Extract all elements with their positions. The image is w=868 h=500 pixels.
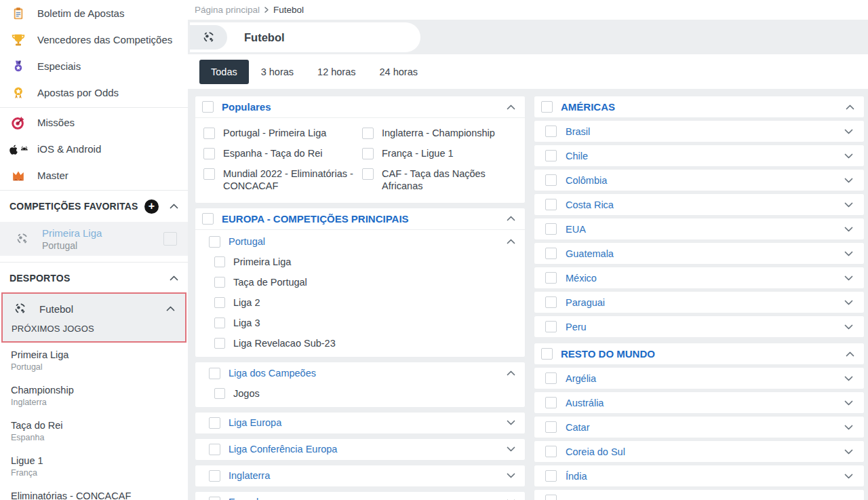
- competition-checkbox-item[interactable]: Taça de Portugal: [195, 272, 525, 292]
- filter-button[interactable]: 12 horas: [306, 60, 367, 84]
- country-label[interactable]: Catar: [566, 422, 589, 433]
- sidebar-item[interactable]: Boletim de Apostas: [0, 0, 188, 26]
- chevron-down-icon[interactable]: [844, 178, 853, 183]
- chevron-up-icon[interactable]: [170, 204, 178, 209]
- league-list-item[interactable]: Taça do ReiEspanha: [0, 413, 188, 448]
- checkbox[interactable]: [545, 223, 557, 235]
- sidebar-item-futebol[interactable]: Futebol: [3, 294, 185, 324]
- chevron-up-icon[interactable]: [507, 104, 515, 110]
- competition-checkbox-item[interactable]: Espanha - Taça do Rei: [203, 143, 358, 164]
- checkbox[interactable]: [545, 272, 557, 284]
- checkbox[interactable]: [209, 368, 220, 379]
- country-row[interactable]: Costa Rica: [534, 193, 865, 216]
- country-row-partial[interactable]: [534, 489, 865, 500]
- checkbox[interactable]: [362, 148, 374, 159]
- checkbox[interactable]: [545, 199, 557, 210]
- chevron-down-icon[interactable]: [844, 449, 853, 455]
- country-row[interactable]: Chile: [534, 145, 865, 167]
- country-row[interactable]: EUA: [534, 218, 865, 240]
- country-row[interactable]: Coreia do Sul: [534, 440, 865, 463]
- group-title[interactable]: Espanha: [229, 497, 267, 500]
- checkbox[interactable]: [545, 470, 557, 482]
- country-label[interactable]: EUA: [566, 224, 586, 235]
- checkbox[interactable]: [209, 417, 220, 429]
- chevron-up-icon[interactable]: [170, 275, 178, 281]
- chevron-down-icon[interactable]: [844, 324, 853, 330]
- favorite-name[interactable]: Primeira Liga: [42, 227, 102, 239]
- sidebar-item[interactable]: iOS & Android: [0, 136, 188, 162]
- league-list-item[interactable]: Eliminatórias - CONCACAFMundial 2022: [0, 484, 188, 500]
- checkbox[interactable]: [214, 338, 225, 349]
- chevron-up-icon[interactable]: [846, 104, 854, 110]
- competition-checkbox-item[interactable]: Liga 3: [195, 313, 525, 333]
- checkbox[interactable]: [209, 236, 220, 248]
- checkbox[interactable]: [362, 128, 374, 139]
- league-list-item[interactable]: Ligue 1França: [0, 448, 188, 484]
- checkbox[interactable]: [203, 168, 215, 180]
- chevron-down-icon[interactable]: [844, 474, 853, 479]
- chevron-down-icon[interactable]: [844, 300, 853, 305]
- country-label[interactable]: Colômbia: [566, 175, 607, 186]
- breadcrumb-home[interactable]: Página principal: [195, 5, 260, 15]
- checkbox[interactable]: [203, 148, 215, 159]
- chevron-down-icon[interactable]: [844, 251, 853, 256]
- checkbox[interactable]: [214, 277, 225, 288]
- competition-group-header[interactable]: Espanha: [195, 492, 525, 500]
- checkbox[interactable]: [203, 128, 215, 139]
- competition-checkbox-item[interactable]: Portugal - Primeira Liga: [203, 123, 358, 143]
- checkbox[interactable]: [545, 446, 557, 457]
- chevron-up-icon[interactable]: [166, 306, 175, 311]
- country-label[interactable]: Peru: [566, 322, 587, 332]
- competition-checkbox-item[interactable]: Jogos: [195, 383, 525, 404]
- country-row[interactable]: Paraguai: [534, 291, 865, 313]
- checkbox[interactable]: [209, 497, 220, 500]
- competition-checkbox-item[interactable]: Liga Revelacao Sub-23: [195, 333, 525, 353]
- competition-group-header[interactable]: Portugal: [195, 232, 525, 252]
- section-header-europa[interactable]: EUROPA - COMPETIÇÕES PRINCIPAIS: [195, 208, 525, 229]
- checkbox[interactable]: [545, 321, 557, 332]
- country-label[interactable]: Costa Rica: [566, 199, 614, 210]
- checkbox[interactable]: [545, 372, 557, 384]
- competition-checkbox-item[interactable]: Mundial 2022 - Eliminatórias - CONCACAF: [203, 164, 358, 196]
- competition-checkbox-item[interactable]: Inglaterra - Championship: [362, 123, 517, 143]
- filter-button[interactable]: 3 horas: [250, 60, 305, 84]
- country-label[interactable]: Austrália: [566, 398, 604, 408]
- chevron-down-icon[interactable]: [844, 376, 853, 381]
- checkbox[interactable]: [163, 232, 177, 246]
- sidebar-item[interactable]: Apostas por Odds: [0, 79, 188, 106]
- country-label[interactable]: Paraguai: [566, 297, 605, 308]
- checkbox[interactable]: [545, 495, 557, 500]
- chevron-down-icon[interactable]: [844, 153, 853, 159]
- country-row[interactable]: México: [534, 267, 865, 289]
- chevron-down-icon[interactable]: [844, 425, 853, 430]
- country-label[interactable]: Brasil: [566, 126, 590, 137]
- chevron-down-icon[interactable]: [844, 202, 853, 208]
- league-list-item[interactable]: Primeira LigaPortugal: [0, 343, 188, 378]
- proximos-jogos-label[interactable]: PRÓXIMOS JOGOS: [3, 324, 185, 334]
- checkbox[interactable]: [209, 444, 220, 455]
- chevron-up-icon[interactable]: [507, 239, 515, 244]
- competition-group-header[interactable]: Liga Europa: [195, 412, 525, 434]
- country-row[interactable]: Brasil: [534, 120, 865, 142]
- checkbox[interactable]: [545, 150, 557, 161]
- country-label[interactable]: Guatemala: [566, 248, 614, 259]
- country-label[interactable]: Argélia: [566, 373, 596, 384]
- competition-checkbox-item[interactable]: Liga 2: [195, 292, 525, 313]
- section-header[interactable]: RESTO DO MUNDO: [534, 343, 864, 364]
- checkbox[interactable]: [202, 213, 214, 225]
- filter-button[interactable]: Todas: [199, 60, 249, 84]
- chevron-up-icon[interactable]: [507, 370, 515, 376]
- chevron-up-icon[interactable]: [507, 216, 515, 221]
- group-title[interactable]: Liga dos Campeões: [229, 368, 316, 379]
- country-label[interactable]: Chile: [566, 151, 588, 161]
- checkbox[interactable]: [214, 318, 225, 328]
- country-row[interactable]: Catar: [534, 416, 865, 438]
- country-label[interactable]: Coreia do Sul: [566, 446, 625, 457]
- competition-group-header[interactable]: Liga Conferência Europa: [195, 439, 525, 460]
- group-title[interactable]: Liga Conferência Europa: [229, 444, 337, 455]
- league-list-item[interactable]: ChampionshipInglaterra: [0, 378, 188, 413]
- checkbox[interactable]: [541, 101, 553, 113]
- group-title[interactable]: Liga Europa: [229, 417, 281, 428]
- checkbox[interactable]: [214, 256, 225, 267]
- sidebar-item[interactable]: Vencedores das Competições: [0, 26, 188, 53]
